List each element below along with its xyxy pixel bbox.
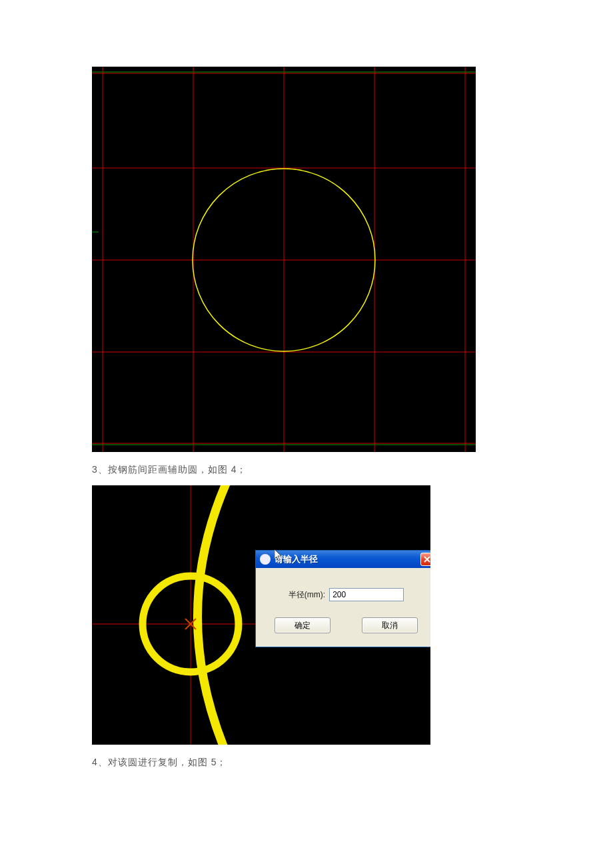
close-button[interactable] — [420, 553, 430, 566]
dialog-body: 半径(mm): 确定 取消 — [256, 568, 430, 647]
large-arc — [197, 485, 231, 745]
cancel-button[interactable]: 取消 — [362, 617, 418, 633]
cursor-icon — [275, 549, 283, 561]
cad-viewport-2: 请输入半径 半径(mm): 确定 取消 — [92, 485, 430, 745]
caption-step-3: 3、按钢筋间距画辅助圆，如图 4； — [92, 464, 613, 476]
cad-viewport-1 — [92, 67, 476, 452]
radius-dialog: 请输入半径 半径(mm): 确定 取消 — [255, 550, 430, 647]
ok-button[interactable]: 确定 — [275, 617, 330, 633]
dialog-title: 请输入半径 — [275, 553, 420, 565]
cad-drawing-1 — [92, 67, 476, 452]
radius-label: 半径(mm): — [289, 589, 325, 601]
close-icon — [424, 556, 430, 563]
dialog-titlebar[interactable]: 请输入半径 — [256, 551, 430, 568]
radius-field-row: 半径(mm): — [269, 588, 423, 601]
app-icon — [260, 554, 271, 565]
document-page: 3、按钢筋间距画辅助圆，如图 4； 请输入半径 — [0, 67, 613, 805]
radius-input[interactable] — [329, 588, 404, 601]
caption-step-4: 4、对该圆进行复制，如图 5； — [92, 757, 613, 769]
dialog-button-row: 确定 取消 — [269, 617, 423, 633]
